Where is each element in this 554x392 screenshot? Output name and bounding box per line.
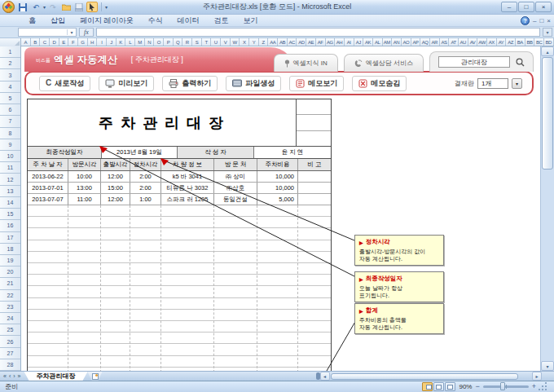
row-header[interactable]: 2 — [0, 58, 20, 69]
memo-hide-button[interactable]: 메모숨김 — [352, 76, 407, 91]
ribbon-tab[interactable]: 삽입 — [43, 15, 73, 27]
column-header[interactable]: BD — [544, 38, 554, 46]
vertical-scroll-track[interactable] — [541, 170, 554, 361]
approval-dropdown-icon[interactable]: ▾ — [512, 78, 522, 89]
undo-dropdown-icon[interactable]: ▾ — [43, 4, 46, 10]
ribbon-tab[interactable]: 페이지 레이아웃 — [73, 15, 141, 27]
pointer-tool-icon[interactable] — [86, 2, 98, 12]
redo-icon[interactable]: ↷ — [47, 2, 59, 12]
ribbon-tab[interactable]: 데이터 — [170, 15, 207, 27]
column-header[interactable]: I — [97, 38, 107, 46]
help-icon[interactable]: ? — [521, 16, 530, 25]
scroll-left-icon[interactable]: ◂ — [320, 372, 330, 381]
column-header[interactable]: J — [107, 38, 117, 46]
column-header[interactable]: BB — [525, 38, 535, 46]
column-header[interactable]: AU — [459, 38, 468, 46]
note-stop-time[interactable]: ▶정차시각 출발시각-방문시각의 값이 자동 계산됩니다. — [354, 235, 444, 266]
note-last-written[interactable]: ▶최종작성일자 오늘 날짜가 항상 표기됩니다. — [354, 271, 444, 302]
column-header[interactable]: O — [154, 38, 164, 46]
column-header[interactable]: D — [50, 38, 59, 46]
horizontal-scroll-track[interactable] — [330, 372, 533, 381]
scroll-down-icon[interactable]: ▾ — [541, 361, 554, 371]
row-header[interactable]: 26 — [0, 336, 20, 347]
column-header[interactable]: AX — [487, 38, 497, 46]
normal-view-button[interactable] — [422, 382, 433, 391]
select-all-corner[interactable] — [0, 38, 21, 46]
column-header[interactable]: Q — [174, 38, 183, 46]
doc-minimize-icon[interactable]: – — [533, 18, 536, 24]
zoom-level[interactable]: 90% — [459, 383, 472, 390]
row-header[interactable]: 16 — [0, 220, 20, 231]
row-header[interactable]: 24 — [0, 313, 20, 324]
column-header[interactable]: P — [164, 38, 174, 46]
formula-input[interactable] — [96, 28, 540, 37]
approval-select[interactable]: 1개 — [477, 78, 508, 89]
office-button[interactable] — [2, 1, 15, 13]
insert-worksheet-tab[interactable] — [88, 372, 103, 381]
file-create-button[interactable]: 파일생성 — [226, 76, 281, 91]
column-header[interactable]: N — [145, 38, 155, 46]
row-header[interactable]: 20 — [0, 266, 20, 278]
ribbon-tab[interactable]: 수식 — [141, 15, 170, 27]
name-box-dropdown-icon[interactable]: ▾ — [67, 29, 76, 35]
row-header[interactable]: 5 — [0, 93, 20, 104]
prev-sheet-icon[interactable]: ‹ — [9, 373, 11, 379]
row-header[interactable]: 18 — [0, 244, 20, 255]
search-input[interactable]: 관리대장 — [438, 56, 510, 68]
page-break-view-button[interactable] — [445, 382, 455, 391]
row-header[interactable]: 3 — [0, 69, 20, 81]
column-header[interactable]: AB — [278, 38, 288, 46]
column-header[interactable]: X — [240, 38, 249, 46]
column-header[interactable]: G — [78, 38, 88, 46]
new-document-button[interactable]: C 새로작성 — [39, 76, 90, 91]
column-header[interactable]: AC — [288, 38, 297, 46]
row-header[interactable]: 21 — [0, 278, 20, 289]
last-written-date[interactable]: 2013년 8월 19일 — [102, 147, 178, 158]
column-header[interactable]: AF — [316, 38, 326, 46]
column-header[interactable]: AD — [297, 38, 306, 46]
row-header[interactable]: 27 — [0, 348, 20, 359]
column-header[interactable]: C — [40, 38, 50, 46]
row-header[interactable]: 9 — [0, 139, 20, 151]
column-header[interactable]: B — [31, 38, 41, 46]
preview-button[interactable]: 미리보기 — [99, 76, 154, 91]
row-header[interactable]: 22 — [0, 290, 20, 302]
writer-name[interactable]: 윤 지 연 — [254, 147, 331, 158]
column-header[interactable]: BC — [534, 38, 544, 46]
column-header[interactable]: AV — [468, 38, 478, 46]
table-row[interactable]: 2013-06-22 10:00 12:00 2:00 k5 바 3041 ㈜ … — [28, 171, 331, 183]
sheet-tab-active[interactable]: 주차관리대장 — [24, 372, 88, 381]
worksheet-canvas[interactable]: 비즈폼 엑셀 자동계산 [ 주차관리대장 ] 엑셀지식 IN 엑셀상담 서비스 — [21, 46, 540, 371]
ledger-empty-rows[interactable] — [28, 205, 331, 371]
column-header[interactable]: Y — [249, 38, 259, 46]
column-header[interactable]: M — [135, 38, 145, 46]
column-header[interactable]: K — [117, 38, 126, 46]
column-header[interactable]: F — [68, 38, 78, 46]
doc-restore-icon[interactable]: □ — [539, 18, 543, 24]
column-header[interactable]: AO — [402, 38, 411, 46]
doc-close-icon[interactable]: × — [547, 18, 551, 24]
ribbon-tab[interactable]: 검토 — [207, 15, 236, 27]
column-header[interactable]: AI — [345, 38, 354, 46]
column-header[interactable]: AL — [373, 38, 383, 46]
column-header[interactable]: AQ — [420, 38, 430, 46]
column-header[interactable]: T — [202, 38, 212, 46]
column-header[interactable]: AY — [497, 38, 507, 46]
print-button[interactable]: 출력하기 — [162, 76, 218, 91]
ribbon-tab[interactable]: 보기 — [236, 15, 266, 27]
column-header[interactable]: AN — [392, 38, 402, 46]
column-header[interactable]: AP — [411, 38, 421, 46]
row-header[interactable]: 17 — [0, 232, 20, 244]
column-header[interactable]: V — [221, 38, 231, 46]
column-header[interactable]: A — [21, 38, 31, 46]
note-total[interactable]: ▶합계 주차비용의 총액을 자동 계산됩니다. — [354, 303, 444, 334]
row-header[interactable]: 15 — [0, 209, 20, 220]
column-header[interactable]: AM — [383, 38, 393, 46]
row-header[interactable]: 1 — [0, 46, 20, 58]
column-header[interactable]: R — [182, 38, 192, 46]
resize-grip[interactable] — [539, 383, 547, 391]
search-icon[interactable] — [516, 58, 525, 67]
column-header[interactable]: AR — [430, 38, 440, 46]
vertical-scrollbar[interactable]: ▴ ▾ — [540, 46, 554, 371]
last-sheet-icon[interactable]: » — [18, 373, 21, 379]
